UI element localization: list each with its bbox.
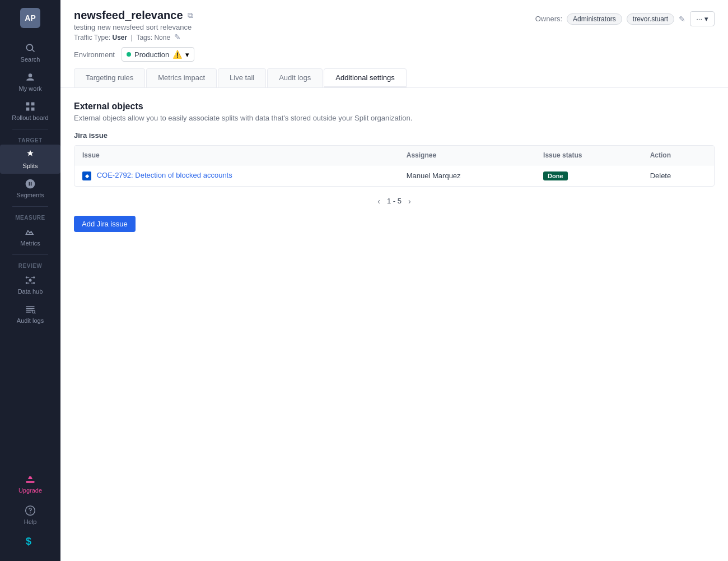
env-name: Production bbox=[134, 50, 169, 59]
content-area: External objects External objects allow … bbox=[60, 88, 728, 561]
next-page-button[interactable]: › bbox=[406, 196, 413, 207]
issue-link[interactable]: COE-2792: Detection of blocked accounts bbox=[97, 171, 232, 179]
svg-text:$: $ bbox=[26, 536, 31, 547]
traffic-type-label: Traffic Type: bbox=[74, 34, 110, 41]
owners-label: Owners: bbox=[535, 15, 562, 23]
col-assignee: Assignee bbox=[399, 146, 535, 165]
sidebar-item-label: Data hub bbox=[18, 288, 43, 295]
tab-targeting-rules[interactable]: Targeting rules bbox=[74, 68, 145, 87]
svg-point-4 bbox=[33, 282, 35, 284]
sidebar-item-rollout-board[interactable]: Rollout board bbox=[0, 96, 60, 126]
divider bbox=[12, 129, 49, 129]
status-cell: Done bbox=[535, 165, 642, 186]
edit-owners-icon[interactable]: ✎ bbox=[679, 15, 685, 24]
svg-rect-6 bbox=[26, 481, 35, 483]
section-title: External objects bbox=[74, 101, 715, 112]
sidebar-item-data-hub[interactable]: Data hub bbox=[0, 270, 60, 299]
sidebar-item-label: Metrics bbox=[20, 240, 40, 247]
sidebar-item-label: My work bbox=[19, 85, 42, 92]
sidebar-item-label: Upgrade bbox=[18, 487, 42, 494]
env-status-dot bbox=[127, 52, 131, 57]
header-left: newsfeed_relevance ⧉ testing new newsfee… bbox=[74, 9, 193, 41]
svg-point-3 bbox=[26, 282, 27, 284]
issue-cell: ◆ COE-2792: Detection of blocked account… bbox=[74, 165, 399, 186]
sidebar-item-search[interactable]: Search bbox=[0, 38, 60, 67]
sidebar-item-help[interactable]: Help bbox=[0, 500, 60, 530]
action-cell: Delete bbox=[642, 165, 714, 186]
sidebar-item-metrics[interactable]: Metrics bbox=[0, 222, 60, 251]
sidebar-item-label: Search bbox=[21, 56, 40, 63]
main-content: newsfeed_relevance ⧉ testing new newsfee… bbox=[60, 0, 728, 561]
page-info: 1 - 5 bbox=[387, 197, 402, 205]
sidebar: AP Search My work Rollout board TARGET S… bbox=[0, 0, 60, 561]
sidebar-item-label: Rollout board bbox=[12, 114, 48, 121]
header: newsfeed_relevance ⧉ testing new newsfee… bbox=[60, 0, 728, 88]
prev-page-button[interactable]: ‹ bbox=[375, 196, 382, 207]
copy-icon[interactable]: ⧉ bbox=[188, 11, 193, 20]
environment-label: Environment bbox=[74, 50, 115, 59]
page-title: newsfeed_relevance bbox=[74, 9, 183, 22]
traffic-type-value: User bbox=[112, 34, 127, 41]
jira-table: Issue Assignee Issue status Action ◆ COE… bbox=[74, 145, 715, 187]
col-status: Issue status bbox=[535, 146, 642, 165]
svg-point-8 bbox=[30, 512, 31, 513]
owner-badge-2[interactable]: trevor.stuart bbox=[627, 13, 674, 25]
header-owners: Owners: Administrators trevor.stuart ✎ ·… bbox=[535, 11, 715, 26]
more-button[interactable]: ··· ▾ bbox=[690, 11, 715, 26]
svg-point-1 bbox=[26, 276, 27, 278]
environment-selector[interactable]: Production ⚠️ ▾ bbox=[122, 47, 194, 62]
header-meta: Traffic Type: User | Tags: None ✎ bbox=[74, 33, 193, 41]
section-desc: External objects allow you to easily ass… bbox=[74, 114, 715, 122]
tags-label: Tags: bbox=[136, 34, 152, 41]
owner-badge-1[interactable]: Administrators bbox=[567, 13, 622, 25]
env-dropdown-icon: ▾ bbox=[185, 50, 189, 59]
review-section-label: REVIEW bbox=[0, 263, 60, 269]
sidebar-item-label: Help bbox=[24, 518, 37, 525]
sidebar-item-my-work[interactable]: My work bbox=[0, 67, 60, 96]
assignee-cell: Manuel Marquez bbox=[399, 165, 535, 186]
tab-live-tail[interactable]: Live tail bbox=[218, 68, 266, 87]
tabs-bar: Targeting rules Metrics impact Live tail… bbox=[74, 68, 715, 87]
sidebar-item-label: Audit logs bbox=[17, 317, 44, 324]
jira-section-title: Jira issue bbox=[74, 131, 715, 140]
measure-section-label: MEASURE bbox=[0, 215, 60, 221]
header-title-row: newsfeed_relevance ⧉ bbox=[74, 9, 193, 22]
header-subtitle: testing new newsfeed sort relevance bbox=[74, 23, 193, 31]
issues-table: Issue Assignee Issue status Action ◆ COE… bbox=[74, 146, 714, 186]
sidebar-logo: $ bbox=[21, 532, 39, 550]
sidebar-item-label: Segments bbox=[16, 192, 44, 198]
divider bbox=[12, 254, 49, 255]
sidebar-item-audit-logs[interactable]: Audit logs bbox=[0, 299, 60, 328]
tab-audit-logs[interactable]: Audit logs bbox=[267, 68, 323, 87]
svg-point-2 bbox=[33, 276, 35, 278]
col-issue: Issue bbox=[74, 146, 399, 165]
pagination: ‹ 1 - 5 › bbox=[74, 196, 715, 207]
tab-metrics-impact[interactable]: Metrics impact bbox=[146, 68, 217, 87]
col-action: Action bbox=[642, 146, 714, 165]
tags-value: None bbox=[154, 34, 170, 41]
sidebar-item-splits[interactable]: Splits bbox=[0, 145, 60, 174]
header-top: newsfeed_relevance ⧉ testing new newsfee… bbox=[74, 9, 715, 41]
jira-icon: ◆ bbox=[82, 171, 91, 180]
table-row: ◆ COE-2792: Detection of blocked account… bbox=[74, 165, 714, 186]
tab-additional-settings[interactable]: Additional settings bbox=[324, 68, 407, 87]
avatar[interactable]: AP bbox=[20, 8, 40, 28]
target-section-label: TARGET bbox=[0, 137, 60, 143]
divider bbox=[12, 206, 49, 207]
svg-point-5 bbox=[32, 310, 35, 313]
status-badge: Done bbox=[543, 171, 568, 180]
edit-tags-icon[interactable]: ✎ bbox=[174, 33, 181, 41]
sidebar-item-label: Splits bbox=[23, 163, 38, 169]
sidebar-bottom: Upgrade Help $ bbox=[0, 469, 60, 561]
env-warning-icon: ⚠️ bbox=[172, 50, 182, 59]
sidebar-item-segments[interactable]: Segments bbox=[0, 174, 60, 203]
environment-bar: Environment Production ⚠️ ▾ bbox=[74, 47, 715, 62]
add-jira-button[interactable]: Add Jira issue bbox=[74, 216, 136, 232]
delete-action[interactable]: Delete bbox=[650, 171, 671, 180]
sidebar-item-upgrade[interactable]: Upgrade bbox=[0, 469, 60, 498]
